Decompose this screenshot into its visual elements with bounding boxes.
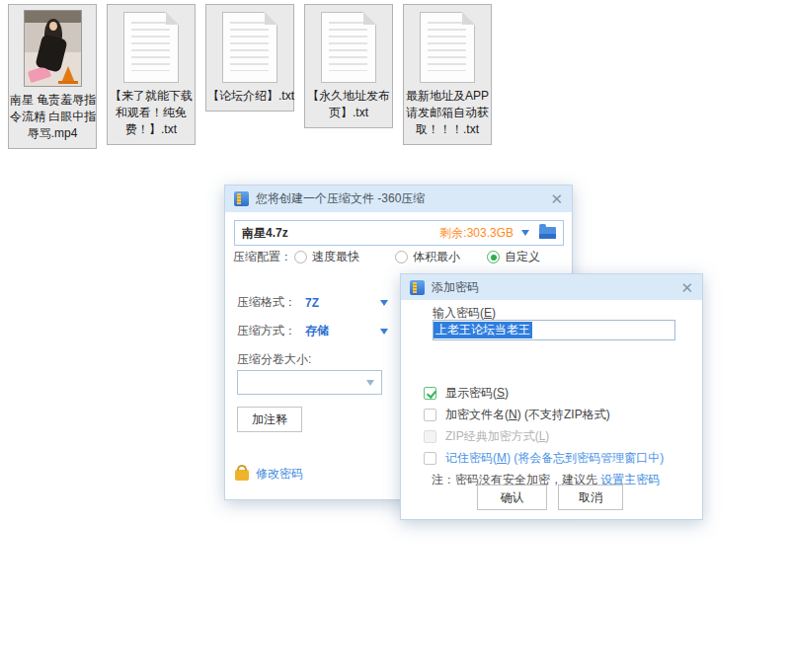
file-video-mp4[interactable]: 南星 龟责羞辱指 令流精 白眼中指 辱骂.mp4	[8, 4, 97, 149]
file-text-3[interactable]: 【永久地址发布 页】.txt	[304, 4, 393, 128]
checkbox-encrypt-filenames[interactable]: 加密文件名(N) (不支持ZIP格式)	[424, 407, 610, 423]
file-name-line: 令流精 白眼中指	[10, 109, 95, 125]
doc-lines	[329, 22, 367, 71]
lock-icon	[235, 470, 249, 481]
file-name-line: 南星 龟责羞辱指	[10, 92, 95, 109]
radio-label: 速度最快	[312, 249, 359, 265]
radio-smallest[interactable]: 体积最小	[395, 249, 460, 265]
text-file-icon	[222, 12, 277, 83]
chevron-down-icon[interactable]	[366, 380, 374, 386]
video-thumbnail	[24, 10, 82, 87]
checkbox-icon	[424, 430, 436, 443]
file-name: 【论坛介绍】.txt	[207, 88, 292, 105]
checkbox-remember-password[interactable]: 记住密码(M) (将会备忘到密码管理窗口中)	[424, 450, 664, 467]
radio-icon[interactable]	[395, 251, 408, 263]
file-name-line: 费！】.txt	[109, 121, 194, 138]
file-name-line: 【来了就能下载	[109, 88, 194, 105]
radio-custom[interactable]: 自定义	[487, 249, 540, 265]
change-password-link[interactable]: 修改密码	[235, 463, 303, 483]
close-icon[interactable]: ✕	[550, 191, 563, 206]
doc-fold-corner	[363, 12, 376, 25]
browse-folder-icon[interactable]	[539, 227, 556, 239]
split-size-label: 压缩分卷大小:	[237, 351, 311, 368]
radio-fastest[interactable]: 速度最快	[294, 249, 359, 265]
file-name: 南星 龟责羞辱指 令流精 白眼中指 辱骂.mp4	[10, 92, 95, 142]
checkbox-label: 显示密码(S)	[445, 385, 509, 402]
file-name-line: 最新地址及APP	[405, 88, 490, 105]
checkbox-label: 加密文件名(N) (不支持ZIP格式)	[445, 407, 610, 423]
chevron-down-icon[interactable]	[380, 300, 388, 306]
file-name-line: 辱骂.mp4	[10, 125, 95, 142]
dialog-title: 您将创建一个压缩文件 -360压缩	[256, 190, 425, 207]
chevron-down-icon[interactable]	[380, 329, 388, 335]
mnemonic: E	[484, 306, 492, 320]
close-icon[interactable]: ✕	[680, 280, 693, 295]
doc-fold-corner	[265, 12, 277, 25]
thumbnail-art	[49, 22, 57, 31]
file-text-2[interactable]: 【论坛介绍】.txt	[205, 4, 294, 112]
text-file-icon	[123, 12, 179, 83]
file-name: 【永久地址发布 页】.txt	[306, 88, 391, 121]
format-value[interactable]: 7Z	[305, 296, 319, 310]
file-name: 最新地址及APP 请发邮箱自动获 取！！！.txt	[405, 88, 490, 138]
split-size-combobox[interactable]	[237, 370, 382, 395]
checkbox-zip-classic-encryption: ZIP经典加密方式(L)	[424, 428, 549, 445]
text-file-icon	[420, 12, 475, 83]
archive-name-value: 南星4.7z	[242, 225, 439, 242]
radio-label: 体积最小	[413, 249, 460, 265]
360zip-app-icon	[234, 191, 249, 206]
method-value[interactable]: 存储	[305, 323, 329, 339]
doc-lines	[428, 22, 466, 71]
checkbox-icon[interactable]	[424, 409, 436, 421]
add-comment-button[interactable]: 加注释	[237, 407, 302, 432]
thumbnail-art	[58, 81, 78, 84]
radio-icon[interactable]	[294, 251, 307, 263]
file-text-4[interactable]: 最新地址及APP 请发邮箱自动获 取！！！.txt	[403, 4, 492, 145]
dialog-title: 添加密码	[432, 279, 479, 296]
change-password-label: 修改密码	[256, 466, 303, 483]
doc-fold-corner	[166, 12, 179, 25]
archive-name-input[interactable]: 南星4.7z 剩余:303.3GB	[234, 220, 564, 246]
checkbox-label: 记住密码(M) (将会备忘到密码管理窗口中)	[445, 450, 664, 467]
cancel-button[interactable]: 取消	[558, 485, 623, 510]
password-selected-text: 上老王论坛当老王	[434, 322, 532, 338]
file-name: 【来了就能下载 和观看！纯免 费！】.txt	[109, 88, 194, 138]
config-label: 压缩配置：	[233, 249, 292, 265]
add-password-dialog: 添加密码 ✕ 输入密码(E) 上老王论坛当老王 显示密码(S) 加密文件名(N)…	[400, 273, 703, 520]
format-row: 压缩格式： 7Z	[237, 294, 319, 311]
checkbox-icon[interactable]	[424, 387, 436, 400]
checkbox-icon[interactable]	[424, 452, 436, 465]
file-text-1[interactable]: 【来了就能下载 和观看！纯免 费！】.txt	[107, 4, 196, 145]
checkbox-show-password[interactable]: 显示密码(S)	[424, 385, 509, 402]
file-name-line: 页】.txt	[306, 105, 391, 121]
file-name-line: 【永久地址发布	[306, 88, 391, 105]
confirm-button[interactable]: 确认	[477, 485, 547, 510]
checkbox-label: ZIP经典加密方式(L)	[445, 428, 549, 445]
radio-icon[interactable]	[487, 251, 500, 263]
file-name-line: 和观看！纯免	[109, 105, 194, 121]
method-label: 压缩方式：	[237, 323, 296, 339]
doc-lines	[131, 22, 170, 71]
disk-remaining-label: 剩余:303.3GB	[439, 225, 514, 242]
dialog-titlebar[interactable]: 您将创建一个压缩文件 -360压缩 ✕	[225, 186, 572, 212]
doc-fold-corner	[462, 12, 475, 25]
360zip-app-icon	[410, 280, 425, 295]
label-text: 输入密码(	[433, 306, 484, 320]
text-file-icon	[321, 12, 376, 83]
compression-config-row: 压缩配置： 速度最快 体积最小 自定义	[225, 249, 572, 266]
file-name-line: 请发邮箱自动获	[405, 105, 490, 121]
radio-label: 自定义	[505, 249, 540, 265]
doc-lines	[230, 22, 269, 71]
file-name-line: 取！！！.txt	[405, 121, 490, 138]
file-name-line: 【论坛介绍】.txt	[207, 88, 292, 105]
chevron-down-icon[interactable]	[521, 230, 529, 236]
label-text: )	[492, 306, 496, 320]
password-input[interactable]: 上老王论坛当老王	[433, 320, 675, 340]
desktop-file-grid: 南星 龟责羞辱指 令流精 白眼中指 辱骂.mp4 【来了就能下载 和观看！纯免 …	[8, 4, 492, 149]
dialog-titlebar[interactable]: 添加密码 ✕	[401, 274, 702, 300]
format-label: 压缩格式：	[237, 294, 296, 311]
method-row: 压缩方式： 存储	[237, 323, 329, 339]
